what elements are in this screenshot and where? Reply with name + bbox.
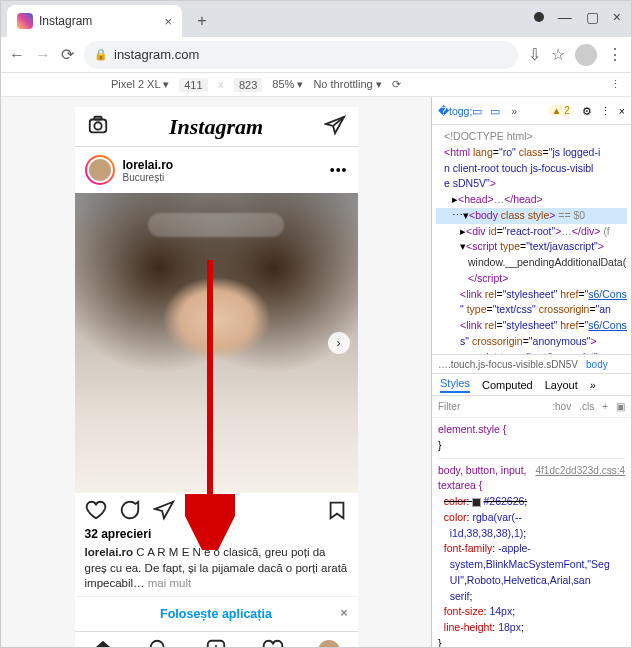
share-icon[interactable] [153, 499, 175, 525]
instagram-header: Instagram [75, 107, 358, 147]
back-button[interactable]: ← [9, 46, 25, 64]
warnings-badge[interactable]: ▲ 2 [548, 105, 574, 116]
new-tab-button[interactable]: + [188, 7, 216, 35]
tab-title: Instagram [39, 14, 158, 28]
device-viewport: Instagram lorelai.ro București ••• › [1, 97, 431, 647]
elements-tab-more[interactable]: » [508, 103, 520, 119]
lock-icon: 🔒 [94, 48, 108, 61]
devtools-panel: �togg;▭ ▭ » ▲ 2 ⚙ ⋮ × <!DOCTYPE html> <h… [431, 97, 631, 647]
throttle-selector[interactable]: No throttling ▾ [313, 78, 381, 91]
post-location[interactable]: București [123, 172, 174, 183]
address-bar: ← → ⟳ 🔒 instagram.com ⇩ ☆ ⋮ [1, 37, 631, 73]
home-icon[interactable] [92, 638, 114, 647]
svg-rect-2 [94, 116, 101, 119]
record-indicator [534, 12, 544, 22]
instagram-logo: Instagram [169, 114, 263, 140]
devtools-menu-icon[interactable]: ⋮ [600, 105, 611, 117]
new-post-icon[interactable] [205, 638, 227, 647]
use-app-banner[interactable]: Folosește aplicația × [75, 596, 358, 631]
banner-close-icon[interactable]: × [340, 606, 347, 620]
user-avatar[interactable] [85, 155, 115, 185]
settings-icon[interactable]: ⚙ [582, 105, 592, 117]
devtools-close-icon[interactable]: × [619, 105, 625, 117]
comment-icon[interactable] [119, 499, 141, 525]
zoom-selector[interactable]: 85% ▾ [272, 78, 303, 91]
styles-pane[interactable]: element.style {} 4f1dc2dd323d.css:4 body… [432, 418, 631, 647]
close-tab-icon[interactable]: × [164, 14, 172, 29]
styles-more[interactable]: » [590, 379, 596, 391]
viewport-height[interactable]: 823 [234, 78, 262, 92]
post-header: lorelai.ro București ••• [75, 147, 358, 193]
bookmark-icon[interactable]: ☆ [551, 45, 565, 64]
browser-tab[interactable]: Instagram × [7, 5, 182, 37]
caption-username[interactable]: lorelai.ro [85, 546, 134, 558]
url-field[interactable]: 🔒 instagram.com [84, 41, 518, 69]
menu-icon[interactable]: ⋮ [607, 45, 623, 64]
install-icon[interactable]: ⇩ [528, 45, 541, 64]
devtools-tabs: �togg;▭ ▭ » ▲ 2 ⚙ ⋮ × [432, 97, 631, 125]
styles-tab[interactable]: Styles [440, 377, 470, 393]
layout-tab[interactable]: Layout [545, 379, 578, 391]
url-text: instagram.com [114, 47, 199, 62]
like-icon[interactable] [85, 499, 107, 525]
close-window-button[interactable]: × [613, 9, 621, 25]
instagram-favicon [17, 13, 33, 29]
camera-icon[interactable] [87, 114, 109, 140]
breadcrumb[interactable]: ….touch.js-focus-visible.sDN5V body [432, 354, 631, 374]
likes-count[interactable]: 32 aprecieri [75, 527, 358, 545]
window-controls: — ▢ × [534, 1, 631, 33]
cls-toggle[interactable]: .cls [579, 401, 594, 412]
profile-avatar[interactable] [575, 44, 597, 66]
selected-body-node[interactable]: ⋯▾<body class style> == $0 [436, 208, 627, 224]
new-rule-button[interactable]: + [602, 401, 608, 412]
forward-button: → [35, 46, 51, 64]
save-icon[interactable] [326, 499, 348, 525]
computed-tab[interactable]: Computed [482, 379, 533, 391]
minimize-button[interactable]: — [558, 9, 572, 25]
elements-tree[interactable]: <!DOCTYPE html> <html lang="ro" class="j… [432, 125, 631, 354]
styles-pin-icon[interactable]: ▣ [616, 401, 625, 412]
banner-text[interactable]: Folosește aplicația [160, 607, 272, 621]
device-toolbar: Pixel 2 XL ▾ 411 × 823 85% ▾ No throttli… [1, 73, 631, 97]
rotate-icon[interactable]: ⟳ [392, 78, 401, 91]
tab-bar: Instagram × + — ▢ × [1, 1, 631, 37]
styles-filter-bar: Filter :hov .cls + ▣ [432, 396, 631, 418]
post-caption: lorelai.ro C A R M E N e o clasică, greu… [75, 545, 358, 596]
reload-button[interactable]: ⟳ [61, 45, 74, 64]
post-more-icon[interactable]: ••• [330, 162, 348, 178]
post-image[interactable]: › [75, 193, 358, 493]
messages-icon[interactable] [324, 114, 346, 140]
nav-profile-avatar[interactable] [318, 640, 340, 647]
search-icon[interactable] [148, 638, 170, 647]
svg-point-3 [151, 641, 164, 647]
inspect-icon[interactable]: �togg;▭ [438, 105, 482, 117]
device-toggle-icon[interactable]: ▭ [490, 105, 500, 117]
filter-input[interactable]: Filter [438, 401, 460, 412]
activity-icon[interactable] [262, 638, 284, 647]
post-actions [75, 493, 358, 527]
device-selector[interactable]: Pixel 2 XL ▾ [111, 78, 169, 91]
svg-point-1 [94, 122, 101, 129]
hov-toggle[interactable]: :hov [552, 401, 571, 412]
viewport-width[interactable]: 411 [179, 78, 207, 92]
styles-tabs: Styles Computed Layout » [432, 374, 631, 396]
caption-more[interactable]: mai mult [148, 577, 191, 589]
maximize-button[interactable]: ▢ [586, 9, 599, 25]
post-username[interactable]: lorelai.ro [123, 158, 174, 172]
device-menu-icon[interactable]: ⋮ [610, 78, 621, 91]
bottom-nav [75, 631, 358, 647]
next-photo-button[interactable]: › [328, 332, 350, 354]
